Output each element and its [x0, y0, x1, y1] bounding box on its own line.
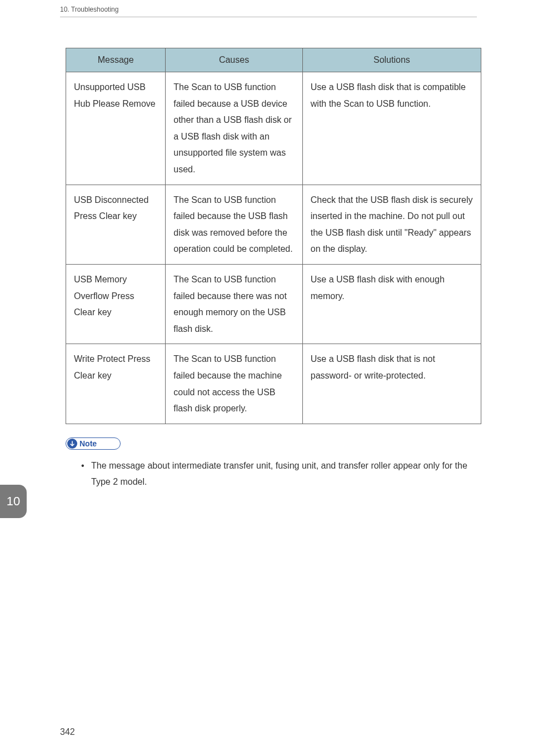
table-row: USB Memory Overflow Press Clear key The … — [66, 264, 481, 344]
troubleshooting-table: Message Causes Solutions Unsupported USB… — [66, 48, 481, 424]
cell-solutions: Use a USB flash disk that is compatible … — [302, 72, 481, 185]
note-label: Note — [79, 440, 97, 447]
note-section: Note The message about intermediate tran… — [66, 437, 481, 490]
note-body: The message about intermediate transfer … — [66, 457, 481, 490]
cell-message: USB Memory Overflow Press Clear key — [66, 264, 166, 344]
table-row: USB Disconnected Press Clear key The Sca… — [66, 185, 481, 264]
main-content: Message Causes Solutions Unsupported USB… — [66, 48, 481, 490]
cell-causes: The Scan to USB function failed because … — [166, 344, 303, 424]
header-solutions: Solutions — [302, 48, 481, 72]
cell-causes: The Scan to USB function failed because … — [166, 72, 303, 185]
chapter-tab: 10 — [0, 485, 27, 518]
note-badge: Note — [66, 437, 121, 450]
table-row: Unsupported USB Hub Please Remove The Sc… — [66, 72, 481, 185]
down-arrow-icon — [67, 439, 77, 449]
chapter-number: 10 — [7, 494, 20, 509]
cell-message: Write Protect Press Clear key — [66, 344, 166, 424]
chapter-title: 10. Troubleshooting — [60, 6, 118, 13]
cell-solutions: Check that the USB flash disk is securel… — [302, 185, 481, 264]
cell-message: Unsupported USB Hub Please Remove — [66, 72, 166, 185]
page-header: 10. Troubleshooting — [60, 6, 477, 17]
header-causes: Causes — [166, 48, 303, 72]
cell-message: USB Disconnected Press Clear key — [66, 185, 166, 264]
cell-solutions: Use a USB flash disk that is not passwor… — [302, 344, 481, 424]
table-header-row: Message Causes Solutions — [66, 48, 481, 72]
cell-solutions: Use a USB flash disk with enough memory. — [302, 264, 481, 344]
page-number: 342 — [60, 727, 75, 737]
note-list-item: The message about intermediate transfer … — [81, 457, 481, 490]
header-message: Message — [66, 48, 166, 72]
cell-causes: The Scan to USB function failed because … — [166, 264, 303, 344]
table-row: Write Protect Press Clear key The Scan t… — [66, 344, 481, 424]
cell-causes: The Scan to USB function failed because … — [166, 185, 303, 264]
